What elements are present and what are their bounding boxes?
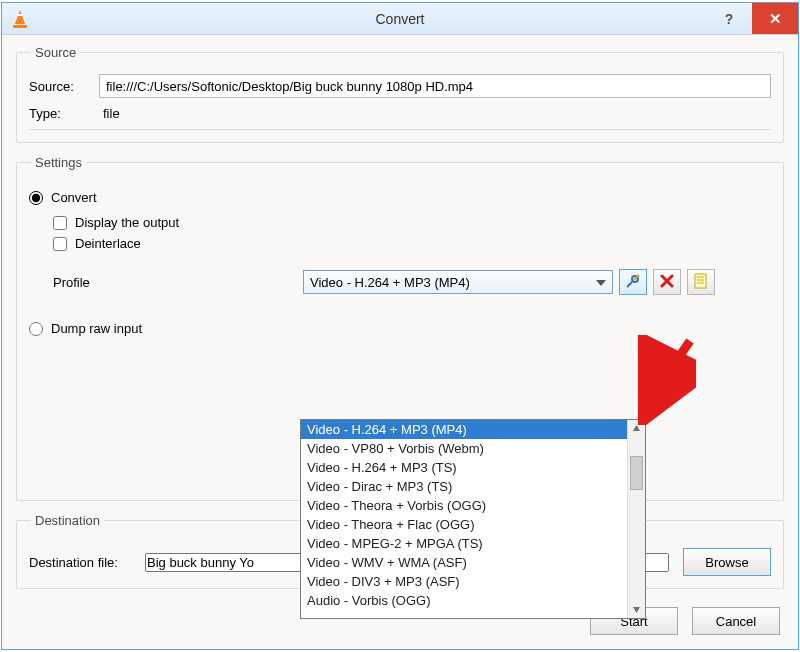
source-label: Source: — [29, 79, 99, 94]
help-button[interactable]: ? — [706, 3, 752, 34]
convert-radio-label: Convert — [51, 190, 97, 205]
edit-profile-button[interactable] — [619, 269, 647, 295]
deinterlace-checkbox[interactable]: Deinterlace — [53, 236, 771, 251]
profile-dropdown-list[interactable]: Video - H.264 + MP3 (MP4)Video - VP80 + … — [300, 419, 646, 619]
chevron-down-icon — [596, 276, 606, 291]
svg-marker-7 — [633, 607, 640, 613]
display-output-label: Display the output — [75, 215, 179, 230]
profile-option[interactable]: Video - DIV3 + MP3 (ASF) — [301, 572, 627, 591]
close-button[interactable]: ✕ — [752, 3, 798, 34]
convert-radio[interactable]: Convert — [29, 190, 771, 205]
profile-option[interactable]: Video - H.264 + MP3 (TS) — [301, 458, 627, 477]
window-title: Convert — [2, 11, 798, 27]
deinterlace-input[interactable] — [53, 237, 67, 251]
profile-label: Profile — [53, 275, 303, 290]
convert-window: Convert ? ✕ Source Source: Type: file Se… — [1, 2, 799, 650]
profile-option[interactable]: Video - Theora + Flac (OGG) — [301, 515, 627, 534]
profile-option[interactable]: Video - WMV + WMA (ASF) — [301, 553, 627, 572]
scroll-up-icon[interactable] — [628, 420, 645, 437]
deinterlace-label: Deinterlace — [75, 236, 141, 251]
convert-radio-input[interactable] — [29, 191, 43, 205]
type-label: Type: — [29, 106, 99, 121]
display-output-checkbox[interactable]: Display the output — [53, 215, 771, 230]
profile-option[interactable]: Video - Theora + Vorbis (OGG) — [301, 496, 627, 515]
source-input[interactable] — [99, 74, 771, 98]
dump-raw-radio[interactable]: Dump raw input — [29, 321, 771, 336]
browse-button[interactable]: Browse — [683, 548, 771, 576]
scrollbar-thumb[interactable] — [630, 456, 643, 490]
profile-row: Profile Video - H.264 + MP3 (MP4) — [53, 269, 771, 295]
wrench-icon — [625, 273, 641, 292]
cancel-button[interactable]: Cancel — [692, 607, 780, 635]
svg-marker-6 — [633, 425, 640, 431]
window-controls: ? ✕ — [706, 3, 798, 34]
display-output-input[interactable] — [53, 216, 67, 230]
new-profile-button[interactable] — [687, 269, 715, 295]
profile-select[interactable]: Video - H.264 + MP3 (MP4) — [303, 270, 613, 294]
profile-option[interactable]: Video - VP80 + Vorbis (Webm) — [301, 439, 627, 458]
x-delete-icon — [660, 274, 674, 291]
type-value: file — [103, 106, 120, 121]
new-document-icon — [694, 273, 708, 292]
svg-marker-0 — [596, 280, 606, 286]
destination-legend: Destination — [31, 513, 104, 528]
window-body: Source Source: Type: file Settings Conve… — [2, 35, 798, 649]
divider — [29, 129, 771, 130]
destination-file-label: Destination file: — [29, 555, 145, 570]
settings-legend: Settings — [31, 155, 86, 170]
vlc-cone-icon — [10, 9, 30, 29]
profile-option[interactable]: Video - Dirac + MP3 (TS) — [301, 477, 627, 496]
dump-raw-label: Dump raw input — [51, 321, 142, 336]
scroll-down-icon[interactable] — [628, 601, 645, 618]
profile-option[interactable]: Video - MPEG-2 + MPGA (TS) — [301, 534, 627, 553]
profile-selected-value: Video - H.264 + MP3 (MP4) — [310, 275, 470, 290]
profile-option[interactable]: Video - H.264 + MP3 (MP4) — [301, 420, 627, 439]
svg-rect-2 — [695, 274, 706, 288]
profile-option[interactable]: Audio - Vorbis (OGG) — [301, 591, 627, 610]
profile-options-list: Video - H.264 + MP3 (MP4)Video - VP80 + … — [301, 420, 627, 618]
titlebar: Convert ? ✕ — [2, 3, 798, 35]
dump-raw-radio-input[interactable] — [29, 322, 43, 336]
source-group: Source Source: Type: file — [16, 45, 784, 143]
dropdown-scrollbar[interactable] — [627, 420, 645, 618]
source-legend: Source — [31, 45, 80, 60]
delete-profile-button[interactable] — [653, 269, 681, 295]
